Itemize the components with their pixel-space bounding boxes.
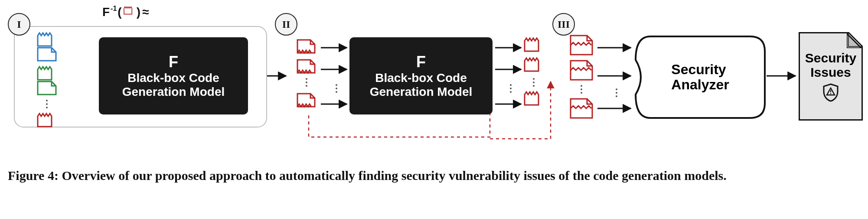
vdots-icon	[612, 87, 621, 99]
stage3-file-column	[569, 34, 594, 120]
stage1-input-column	[26, 31, 68, 130]
vdots-icon	[42, 98, 51, 110]
badge-2-label: II	[282, 19, 290, 30]
issues-line2: Issues	[805, 65, 856, 79]
formula-inv: -1	[111, 5, 117, 12]
analyzer-line2: Analyzer	[671, 77, 729, 92]
blackbox-model-1: F Black-box Code Generation Model	[99, 37, 248, 114]
combined-file-icon-1	[569, 34, 594, 56]
stage-badge-2: II	[275, 13, 297, 36]
inverse-formula: F -1 ( ) ≈	[102, 5, 149, 19]
issues-label: Security Issues	[805, 51, 856, 79]
output-icon-2	[524, 56, 544, 75]
file-icon-red-last	[37, 112, 57, 130]
badge-1-label: I	[17, 19, 21, 30]
combined-file-icon-2	[569, 59, 594, 82]
blackbox2-line2: Generation Model	[370, 85, 472, 99]
figure-canvas: I II III F -1 ( ) ≈ F Black-box Code Gen…	[0, 0, 868, 219]
analyzer-label: Security Analyzer	[671, 62, 729, 92]
analyzer-box: Security Analyzer	[633, 34, 767, 121]
vdots-icon	[577, 83, 586, 95]
combined-file-icon-n	[569, 97, 594, 120]
figure-caption: Figure 4: Overview of our proposed appro…	[8, 167, 860, 185]
badge-3-label: III	[558, 19, 570, 30]
vdots-icon	[529, 76, 538, 88]
issues-line1: Security	[805, 51, 856, 65]
formula-open-paren: (	[117, 5, 121, 19]
output-icon-1	[524, 36, 544, 55]
file-icon-green-2	[37, 78, 57, 96]
blackbox1-line2: Generation Model	[122, 85, 225, 99]
formula-close-paren: )	[137, 5, 140, 19]
file-icon-blue-2	[37, 44, 57, 62]
blackbox-model-2: F Black-box Code Generation Model	[349, 37, 493, 114]
prompt-icon-n	[297, 90, 317, 108]
vdots-icon	[302, 76, 311, 88]
analyzer-line1: Security	[671, 62, 729, 77]
shield-warning-icon	[821, 83, 840, 102]
stage-badge-3: III	[552, 13, 575, 36]
stage2-output-column	[524, 36, 544, 108]
formula-approx: ≈	[142, 5, 149, 19]
blackbox2-f: F	[416, 53, 426, 71]
prompt-icon-1	[297, 36, 317, 55]
blackbox2-line1: Black-box Code	[375, 71, 467, 85]
blackbox1-f: F	[169, 53, 178, 71]
page-fold-mask	[848, 32, 863, 47]
vdots-icon	[332, 82, 341, 95]
stage-badge-1: I	[8, 13, 30, 36]
svg-point-17	[830, 93, 831, 94]
blackbox1-line1: Black-box Code	[127, 71, 219, 85]
formula-file-icon	[123, 5, 136, 16]
formula-f: F	[102, 5, 110, 19]
prompt-icon-2	[297, 56, 317, 75]
output-icon-n	[524, 90, 544, 108]
vdots-icon	[506, 82, 515, 95]
stage2-prompt-column	[297, 36, 317, 108]
